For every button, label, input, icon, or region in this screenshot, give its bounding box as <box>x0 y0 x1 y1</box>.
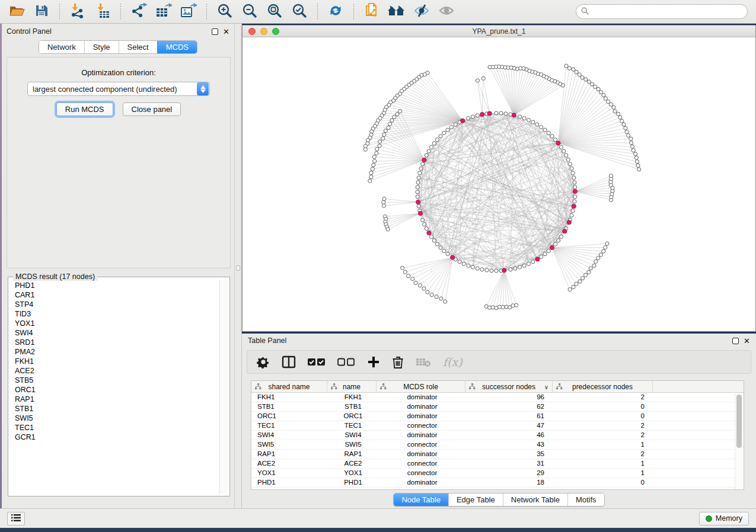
cell-shared_name[interactable]: PHD1 <box>251 478 327 487</box>
zoom-out-button[interactable] <box>239 2 260 21</box>
cell-predecessor_nodes[interactable]: 2 <box>553 421 653 430</box>
open-file-button[interactable] <box>6 2 27 21</box>
cell-mcds_role[interactable]: dominator <box>377 412 465 421</box>
cell-mcds_role[interactable]: connector <box>377 459 465 468</box>
save-session-button[interactable] <box>31 2 52 21</box>
table-row[interactable]: FKH1FKH1dominator962 <box>251 393 744 402</box>
search-field[interactable] <box>576 4 748 19</box>
delete-column-icon[interactable] <box>392 355 404 369</box>
float-panel-icon[interactable] <box>212 28 218 35</box>
cell-mcds_role[interactable]: connector <box>377 469 465 477</box>
cell-shared_name[interactable]: ACE2 <box>251 459 327 468</box>
cell-shared_name[interactable]: YOX1 <box>251 469 327 477</box>
cell-predecessor_nodes[interactable]: 0 <box>553 478 653 487</box>
table-row[interactable]: SWI5SWI5connector431 <box>251 440 744 450</box>
network-graph[interactable] <box>243 37 755 331</box>
column-header-predecessor-nodes[interactable]: predecessor nodes <box>553 381 653 392</box>
cell-shared_name[interactable]: SWI5 <box>251 440 327 449</box>
mcds-result-item[interactable]: STP4 <box>9 300 218 309</box>
node-table[interactable]: shared namenameMCDS rolesuccessor nodes∨… <box>251 380 744 490</box>
cell-shared_name[interactable]: FKH1 <box>251 393 327 402</box>
tab-node-table[interactable]: Node Table <box>394 493 448 506</box>
cell-predecessor_nodes[interactable]: 2 <box>553 393 653 402</box>
close-panel-icon[interactable]: ✕ <box>744 338 750 344</box>
cell-shared_name[interactable]: ORC1 <box>251 412 327 421</box>
cell-shared_name[interactable]: TEC1 <box>251 421 327 430</box>
table-row[interactable]: ORC1ORC1dominator610 <box>251 412 744 421</box>
cell-successor_nodes[interactable]: 29 <box>465 469 553 477</box>
table-row[interactable]: TEC1TEC1connector472 <box>251 421 744 431</box>
cell-successor_nodes[interactable]: 43 <box>465 440 553 449</box>
cell-successor_nodes[interactable]: 18 <box>465 478 553 487</box>
import-network-button[interactable] <box>67 2 88 21</box>
zoom-selected-button[interactable] <box>289 2 310 21</box>
mcds-result-item[interactable]: PHD1 <box>9 281 218 290</box>
cell-predecessor_nodes[interactable]: 2 <box>553 450 653 459</box>
home-browser-button[interactable] <box>386 2 407 21</box>
mcds-list-scrollbar[interactable] <box>219 280 228 495</box>
table-row[interactable]: STB1STB1dominator620 <box>251 402 744 412</box>
cell-predecessor_nodes[interactable]: 0 <box>553 402 653 411</box>
mcds-result-item[interactable]: YOX1 <box>9 319 218 328</box>
table-row[interactable]: ACE2ACE2connector311 <box>251 459 744 469</box>
mcds-result-item[interactable]: SRD1 <box>9 338 218 347</box>
cell-predecessor_nodes[interactable]: 0 <box>553 412 653 421</box>
zoom-in-button[interactable] <box>214 2 235 21</box>
mcds-result-item[interactable]: GCR1 <box>9 432 218 442</box>
table-scrollbar[interactable] <box>735 393 743 490</box>
tab-select[interactable]: Select <box>119 41 157 53</box>
cell-successor_nodes[interactable]: 96 <box>465 393 553 402</box>
criterion-dropdown[interactable]: largest connected component (undirected) <box>27 82 210 96</box>
float-panel-icon[interactable] <box>732 338 739 344</box>
table-row[interactable]: RAP1RAP1dominator352 <box>251 450 744 459</box>
cell-mcds_role[interactable]: dominator <box>377 431 465 440</box>
column-header-successor-nodes[interactable]: successor nodes∨ <box>465 381 553 392</box>
cell-mcds_role[interactable]: dominator <box>377 478 465 487</box>
cell-successor_nodes[interactable]: 31 <box>465 459 553 468</box>
cell-mcds_role[interactable]: dominator <box>377 450 465 459</box>
tab-edge-table[interactable]: Edge Table <box>448 493 503 506</box>
close-panel-button[interactable]: Close panel <box>123 102 181 116</box>
column-header-name[interactable]: name <box>327 381 377 392</box>
table-scrollbar-thumb[interactable] <box>736 395 742 448</box>
export-table-button[interactable] <box>153 2 174 21</box>
deselect-all-icon[interactable] <box>337 357 355 367</box>
tab-network[interactable]: Network <box>39 41 84 53</box>
mcds-result-item[interactable]: ACE2 <box>9 366 218 376</box>
mcds-result-item[interactable]: SWI4 <box>9 328 218 338</box>
hide-panels-button[interactable] <box>411 2 432 21</box>
show-panels-button[interactable] <box>436 2 457 21</box>
cell-shared_name[interactable]: STB1 <box>251 402 327 411</box>
mcds-result-item[interactable]: ORC1 <box>9 385 218 395</box>
cell-name[interactable]: PHD1 <box>327 478 377 487</box>
table-row[interactable]: SWI4SWI4dominator462 <box>251 431 744 440</box>
add-column-icon[interactable] <box>367 355 380 368</box>
cell-name[interactable]: ORC1 <box>327 412 377 421</box>
cell-name[interactable]: SWI5 <box>327 440 377 449</box>
columns-icon[interactable] <box>282 355 296 368</box>
cell-name[interactable]: RAP1 <box>327 450 377 459</box>
split-pane-divider[interactable] <box>234 24 242 508</box>
cell-predecessor_nodes[interactable]: 1 <box>553 440 653 449</box>
cell-predecessor_nodes[interactable]: 2 <box>553 431 653 440</box>
delete-table-icon[interactable] <box>416 357 431 367</box>
cell-successor_nodes[interactable]: 35 <box>465 450 553 459</box>
cell-mcds_role[interactable]: connector <box>377 440 465 449</box>
gear-icon[interactable] <box>257 355 270 368</box>
cell-name[interactable]: YOX1 <box>327 469 377 477</box>
table-row[interactable]: PHD1PHD1dominator180 <box>251 478 744 488</box>
cell-name[interactable]: ACE2 <box>327 459 377 468</box>
zoom-fit-button[interactable] <box>264 2 285 21</box>
mcds-result-item[interactable]: TID3 <box>9 309 218 319</box>
search-input[interactable] <box>592 8 742 16</box>
memory-button[interactable]: Memory <box>699 512 749 525</box>
clone-network-button[interactable] <box>361 2 382 21</box>
cell-mcds_role[interactable]: dominator <box>377 393 465 402</box>
network-canvas[interactable] <box>243 37 755 331</box>
cell-shared_name[interactable]: SWI4 <box>251 431 327 440</box>
mcds-result-list[interactable]: PHD1CAR1STP4TID3YOX1SWI4SRD1PMA2FKH1ACE2… <box>9 281 218 494</box>
export-image-button[interactable] <box>178 2 199 21</box>
export-network-button[interactable] <box>128 2 149 21</box>
cell-predecessor_nodes[interactable]: 1 <box>553 459 653 468</box>
task-history-button[interactable] <box>7 512 25 525</box>
